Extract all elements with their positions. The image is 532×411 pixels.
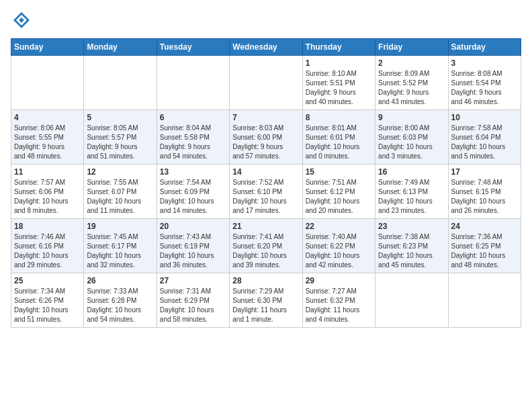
day-number: 4 — [14, 113, 81, 122]
calendar-cell: 15Sunrise: 7:51 AMSunset: 6:12 PMDayligh… — [302, 165, 375, 219]
calendar-cell: 11Sunrise: 7:57 AMSunset: 6:06 PMDayligh… — [11, 165, 84, 219]
day-number: 2 — [378, 58, 445, 68]
day-number: 11 — [14, 167, 81, 177]
logo — [11, 11, 31, 33]
day-info: Sunrise: 7:43 AMSunset: 6:19 PMDaylight:… — [160, 232, 226, 270]
day-info: Sunrise: 7:38 AMSunset: 6:23 PMDaylight:… — [378, 232, 445, 270]
calendar-cell: 26Sunrise: 7:33 AMSunset: 6:28 PMDayligh… — [84, 273, 157, 328]
day-info: Sunrise: 7:36 AMSunset: 6:25 PMDaylight:… — [451, 232, 518, 270]
calendar-cell: 21Sunrise: 7:41 AMSunset: 6:20 PMDayligh… — [230, 219, 302, 273]
day-info: Sunrise: 8:03 AMSunset: 6:00 PMDaylight:… — [232, 124, 299, 161]
calendar-week-row: 11Sunrise: 7:57 AMSunset: 6:06 PMDayligh… — [11, 165, 521, 219]
calendar-cell: 12Sunrise: 7:55 AMSunset: 6:07 PMDayligh… — [84, 165, 157, 219]
day-number: 13 — [160, 167, 226, 177]
calendar-cell: 19Sunrise: 7:45 AMSunset: 6:17 PMDayligh… — [84, 219, 157, 273]
day-info: Sunrise: 7:52 AMSunset: 6:10 PMDaylight:… — [232, 178, 299, 216]
calendar-cell: 2Sunrise: 8:09 AMSunset: 5:52 PMDaylight… — [375, 56, 448, 110]
weekday-header-tuesday: Tuesday — [157, 39, 229, 56]
page-header — [11, 11, 521, 33]
calendar-week-row: 4Sunrise: 8:06 AMSunset: 5:55 PMDaylight… — [11, 110, 521, 165]
day-number: 17 — [451, 167, 518, 177]
day-number: 5 — [87, 113, 153, 122]
calendar-cell: 22Sunrise: 7:40 AMSunset: 6:22 PMDayligh… — [302, 219, 375, 273]
day-info: Sunrise: 7:55 AMSunset: 6:07 PMDaylight:… — [87, 178, 153, 216]
calendar-week-row: 1Sunrise: 8:10 AMSunset: 5:51 PMDaylight… — [11, 56, 521, 110]
day-info: Sunrise: 8:09 AMSunset: 5:52 PMDaylight:… — [378, 69, 445, 107]
weekday-header-row: SundayMondayTuesdayWednesdayThursdayFrid… — [11, 39, 521, 56]
day-number: 18 — [14, 222, 81, 231]
calendar-cell: 16Sunrise: 7:49 AMSunset: 6:13 PMDayligh… — [375, 165, 448, 219]
calendar-cell — [84, 56, 157, 110]
calendar-cell: 17Sunrise: 7:48 AMSunset: 6:15 PMDayligh… — [448, 165, 521, 219]
day-number: 21 — [232, 222, 299, 231]
day-number: 24 — [451, 222, 518, 231]
day-info: Sunrise: 7:46 AMSunset: 6:16 PMDaylight:… — [14, 232, 81, 270]
calendar-cell: 1Sunrise: 8:10 AMSunset: 5:51 PMDaylight… — [302, 56, 375, 110]
day-info: Sunrise: 7:29 AMSunset: 6:30 PMDaylight:… — [232, 287, 299, 324]
day-info: Sunrise: 7:58 AMSunset: 6:04 PMDaylight:… — [451, 124, 518, 161]
day-number: 10 — [451, 113, 518, 122]
day-number: 28 — [232, 276, 299, 285]
weekday-header-wednesday: Wednesday — [230, 39, 302, 56]
day-number: 27 — [160, 276, 226, 285]
day-number: 22 — [306, 222, 372, 231]
day-info: Sunrise: 7:54 AMSunset: 6:09 PMDaylight:… — [160, 178, 226, 216]
day-number: 23 — [378, 222, 445, 231]
calendar-cell: 25Sunrise: 7:34 AMSunset: 6:26 PMDayligh… — [11, 273, 84, 328]
day-info: Sunrise: 8:04 AMSunset: 5:58 PMDaylight:… — [160, 124, 226, 161]
day-number: 29 — [306, 276, 372, 285]
day-number: 6 — [160, 113, 226, 122]
day-info: Sunrise: 7:49 AMSunset: 6:13 PMDaylight:… — [378, 178, 445, 216]
calendar-cell: 14Sunrise: 7:52 AMSunset: 6:10 PMDayligh… — [230, 165, 302, 219]
calendar-cell — [157, 56, 229, 110]
day-number: 20 — [160, 222, 226, 231]
calendar-cell: 8Sunrise: 8:01 AMSunset: 6:01 PMDaylight… — [302, 110, 375, 165]
calendar-table: SundayMondayTuesdayWednesdayThursdayFrid… — [11, 38, 521, 328]
day-info: Sunrise: 8:06 AMSunset: 5:55 PMDaylight:… — [14, 124, 81, 161]
day-number: 16 — [378, 167, 445, 177]
day-info: Sunrise: 7:40 AMSunset: 6:22 PMDaylight:… — [306, 232, 372, 270]
day-number: 14 — [232, 167, 299, 177]
day-number: 7 — [232, 113, 299, 122]
day-info: Sunrise: 8:08 AMSunset: 5:54 PMDaylight:… — [451, 69, 518, 107]
calendar-cell: 4Sunrise: 8:06 AMSunset: 5:55 PMDaylight… — [11, 110, 84, 165]
day-info: Sunrise: 8:00 AMSunset: 6:03 PMDaylight:… — [378, 124, 445, 161]
calendar-cell: 13Sunrise: 7:54 AMSunset: 6:09 PMDayligh… — [157, 165, 229, 219]
calendar-cell: 6Sunrise: 8:04 AMSunset: 5:58 PMDaylight… — [157, 110, 229, 165]
weekday-header-friday: Friday — [375, 39, 448, 56]
logo-text — [11, 11, 31, 33]
day-info: Sunrise: 7:33 AMSunset: 6:28 PMDaylight:… — [87, 287, 153, 324]
calendar-cell: 5Sunrise: 8:05 AMSunset: 5:57 PMDaylight… — [84, 110, 157, 165]
day-number: 8 — [306, 113, 372, 122]
calendar-cell: 24Sunrise: 7:36 AMSunset: 6:25 PMDayligh… — [448, 219, 521, 273]
day-info: Sunrise: 7:27 AMSunset: 6:32 PMDaylight:… — [306, 287, 372, 324]
day-info: Sunrise: 7:45 AMSunset: 6:17 PMDaylight:… — [87, 232, 153, 270]
calendar-week-row: 25Sunrise: 7:34 AMSunset: 6:26 PMDayligh… — [11, 273, 521, 328]
weekday-header-thursday: Thursday — [302, 39, 375, 56]
day-number: 1 — [306, 58, 372, 68]
calendar-cell: 28Sunrise: 7:29 AMSunset: 6:30 PMDayligh… — [230, 273, 302, 328]
day-number: 26 — [87, 276, 153, 285]
calendar-cell: 10Sunrise: 7:58 AMSunset: 6:04 PMDayligh… — [448, 110, 521, 165]
day-info: Sunrise: 7:48 AMSunset: 6:15 PMDaylight:… — [451, 178, 518, 216]
calendar-cell: 29Sunrise: 7:27 AMSunset: 6:32 PMDayligh… — [302, 273, 375, 328]
day-info: Sunrise: 8:10 AMSunset: 5:51 PMDaylight:… — [306, 69, 372, 107]
calendar-cell: 9Sunrise: 8:00 AMSunset: 6:03 PMDaylight… — [375, 110, 448, 165]
calendar-week-row: 18Sunrise: 7:46 AMSunset: 6:16 PMDayligh… — [11, 219, 521, 273]
day-number: 3 — [451, 58, 518, 68]
day-info: Sunrise: 7:34 AMSunset: 6:26 PMDaylight:… — [14, 287, 81, 324]
calendar-cell — [230, 56, 302, 110]
day-info: Sunrise: 8:01 AMSunset: 6:01 PMDaylight:… — [306, 124, 372, 161]
day-number: 15 — [306, 167, 372, 177]
calendar-cell: 3Sunrise: 8:08 AMSunset: 5:54 PMDaylight… — [448, 56, 521, 110]
weekday-header-monday: Monday — [84, 39, 157, 56]
calendar-cell: 20Sunrise: 7:43 AMSunset: 6:19 PMDayligh… — [157, 219, 229, 273]
calendar-cell: 7Sunrise: 8:03 AMSunset: 6:00 PMDaylight… — [230, 110, 302, 165]
weekday-header-sunday: Sunday — [11, 39, 84, 56]
calendar-cell: 27Sunrise: 7:31 AMSunset: 6:29 PMDayligh… — [157, 273, 229, 328]
day-number: 12 — [87, 167, 153, 177]
day-info: Sunrise: 8:05 AMSunset: 5:57 PMDaylight:… — [87, 124, 153, 161]
day-number: 25 — [14, 276, 81, 285]
day-info: Sunrise: 7:31 AMSunset: 6:29 PMDaylight:… — [160, 287, 226, 324]
day-info: Sunrise: 7:57 AMSunset: 6:06 PMDaylight:… — [14, 178, 81, 216]
